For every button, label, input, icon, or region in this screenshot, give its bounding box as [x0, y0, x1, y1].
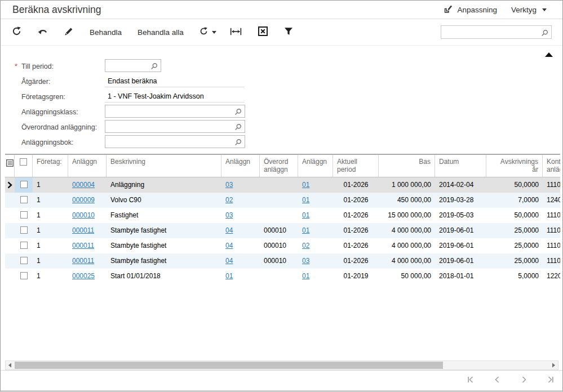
filter-button[interactable] [284, 27, 293, 38]
row-checkbox[interactable] [20, 226, 28, 234]
cell-basis[interactable]: 4 000 000,00 [379, 223, 435, 238]
grid-header-parent_asset[interactable]: Överord anläggn [260, 155, 298, 177]
process-button[interactable]: Behandla [90, 28, 122, 37]
cell-account[interactable]: 1110 [543, 238, 560, 253]
scrollbar-thumb[interactable] [15, 362, 443, 369]
lookup-search-icon[interactable] [234, 138, 242, 148]
link-asset_class[interactable]: 03 [225, 181, 233, 189]
link-asset[interactable]: 000010 [72, 211, 95, 219]
grid-header-description[interactable]: Beskrivning [107, 155, 221, 177]
cell-asset_class[interactable]: 01 [221, 269, 260, 284]
grid-header-rowicon[interactable] [5, 155, 15, 177]
cell-book[interactable]: 01 [298, 193, 333, 208]
row-checkbox[interactable] [20, 272, 28, 279]
cell-description[interactable]: Stambyte fastighet [107, 253, 221, 269]
edit-button[interactable] [64, 27, 73, 38]
cell-date[interactable]: 2018-01-01 [435, 269, 486, 284]
cell-account[interactable]: 1240 [543, 193, 560, 208]
cell-account[interactable]: 1110 [543, 253, 560, 269]
cell-period[interactable]: 01-2019 [333, 269, 379, 284]
table-row[interactable]: 1000011Stambyte fastighet040000100201-20… [5, 238, 560, 253]
grid-header-basis[interactable]: Bas [379, 155, 435, 177]
fit-width-button[interactable] [230, 28, 242, 38]
cell-description[interactable]: Start 01/01/2018 [107, 269, 221, 284]
cell-rate[interactable]: 50,0000 [486, 177, 543, 193]
link-asset_class[interactable]: 04 [225, 226, 233, 234]
cell-parent_asset[interactable] [260, 177, 298, 193]
scroll-left-icon[interactable] [6, 361, 15, 369]
lookup-search-icon[interactable] [234, 123, 242, 133]
export-excel-button[interactable] [258, 26, 268, 38]
grid-header-date[interactable]: Datum [435, 155, 486, 177]
link-book[interactable]: 01 [302, 226, 309, 234]
grid-header-account[interactable]: Kont anläg [543, 155, 560, 177]
cell-company[interactable]: 1 [33, 253, 68, 269]
link-asset[interactable]: 000009 [72, 196, 95, 204]
last-page-button[interactable] [546, 376, 555, 386]
cell-basis[interactable]: 4 000 000,00 [379, 238, 435, 253]
cell-asset[interactable]: 000010 [68, 208, 107, 223]
collapse-panel-icon[interactable] [545, 52, 553, 57]
lookup-input[interactable] [108, 106, 233, 116]
link-book[interactable]: 01 [302, 196, 309, 204]
lookup-search-icon[interactable] [234, 108, 242, 118]
cell-parent_asset[interactable]: 000010 [260, 253, 298, 269]
cell-basis[interactable]: 450 000,00 [379, 193, 435, 208]
cell-description[interactable]: Anläggning [107, 177, 221, 193]
cell-basis[interactable]: 50 000,00 [379, 269, 435, 284]
cell-book[interactable]: 01 [298, 177, 333, 193]
cell-book[interactable]: 02 [298, 238, 333, 253]
cell-book[interactable]: 01 [298, 223, 333, 238]
table-row[interactable]: 1000011Stambyte fastighet040000100301-20… [5, 253, 560, 269]
cell-rate[interactable]: 25,0000 [486, 253, 543, 269]
link-book[interactable]: 01 [302, 211, 309, 219]
link-asset[interactable]: 000011 [72, 242, 94, 250]
scroll-right-icon[interactable] [549, 361, 558, 369]
link-asset[interactable]: 000011 [72, 257, 94, 265]
row-checkbox[interactable] [20, 242, 28, 249]
cell-parent_asset[interactable] [260, 208, 298, 223]
cell-date[interactable]: 2019-06-01 [435, 223, 486, 238]
grid-header-asset[interactable]: Anläggn [68, 155, 107, 177]
row-checkbox[interactable] [20, 211, 28, 219]
cell-rate[interactable]: 7,0000 [486, 193, 543, 208]
lookup-input[interactable] [108, 122, 233, 131]
cell-parent_asset[interactable]: 000010 [260, 223, 298, 238]
cell-account[interactable]: 1110 [543, 177, 560, 193]
row-checkbox[interactable] [20, 196, 28, 203]
lookup-input[interactable] [108, 61, 149, 70]
cell-account[interactable]: 1110 [543, 223, 560, 238]
cell-company[interactable]: 1 [33, 223, 68, 238]
grid-header-period[interactable]: Aktuell period [333, 155, 379, 177]
cell-company[interactable]: 1 [33, 238, 68, 253]
next-page-button[interactable] [520, 376, 528, 386]
table-row[interactable]: 1000004Anläggning030101-20261 000 000,00… [5, 177, 560, 193]
row-checkbox[interactable] [20, 257, 28, 264]
cell-parent_asset[interactable] [260, 193, 298, 208]
cell-description[interactable]: Fastighet [107, 208, 221, 223]
cell-asset[interactable]: 000011 [68, 238, 107, 253]
cell-date[interactable]: 2019-06-01 [435, 253, 486, 269]
cell-basis[interactable]: 15 000 000,00 [379, 208, 435, 223]
row-checkbox[interactable] [20, 181, 28, 188]
cell-rate[interactable]: 25,0000 [486, 238, 543, 253]
link-asset_class[interactable]: 01 [225, 272, 233, 280]
link-book[interactable]: 03 [302, 257, 309, 265]
cell-company[interactable]: 1 [33, 208, 68, 223]
cell-asset[interactable]: 000004 [68, 177, 107, 193]
cell-rate[interactable]: 50,0000 [486, 208, 543, 223]
link-asset[interactable]: 000004 [72, 181, 95, 189]
cell-asset_class[interactable]: 04 [221, 223, 260, 238]
lookup-search-icon[interactable] [150, 62, 158, 72]
lookup-input[interactable] [108, 137, 233, 146]
link-asset[interactable]: 000025 [72, 272, 95, 280]
cell-company[interactable]: 1 [33, 177, 68, 193]
search-input[interactable] [445, 27, 535, 37]
cell-description[interactable]: Stambyte fastighet [107, 238, 221, 253]
cell-parent_asset[interactable] [260, 269, 298, 284]
cell-basis[interactable]: 1 000 000,00 [379, 177, 435, 193]
cell-period[interactable]: 01-2026 [333, 208, 379, 223]
link-book[interactable]: 01 [302, 272, 309, 280]
previous-page-button[interactable] [493, 376, 502, 386]
cell-asset[interactable]: 000011 [68, 223, 107, 238]
